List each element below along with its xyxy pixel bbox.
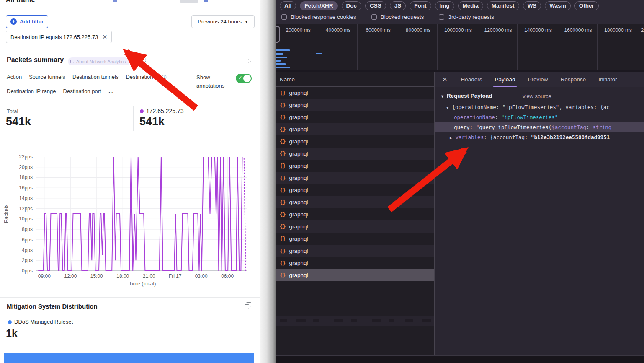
chevron-down-icon: ▼: [245, 20, 248, 24]
filter-pill-fetch-xhr[interactable]: Fetch/XHR: [300, 1, 337, 10]
waterfall-request-bar: [276, 63, 286, 65]
timeline-tick-label: 1000000 ms: [439, 27, 477, 33]
filter-checkboxes: Blocked response cookiesBlocked requests…: [281, 14, 494, 20]
tab-destination-tunnels[interactable]: Destination tunnels: [72, 74, 119, 83]
code-segment: variables: [455, 134, 484, 140]
blurred-summary-text: [351, 319, 357, 322]
details-tab-headers[interactable]: Headers: [461, 72, 482, 87]
timeline-gridline: [477, 24, 477, 70]
network-request-row[interactable]: {}graphql: [276, 208, 434, 220]
network-request-row[interactable]: {}graphql: [276, 123, 434, 135]
request-name-label: graphql: [289, 187, 308, 193]
y-tick-label: 6pps: [12, 237, 33, 243]
timeline-gridline: [517, 24, 518, 70]
clipped-toolbar-fragment: [180, 0, 198, 3]
timeline-gridline: [557, 24, 557, 70]
about-network-analytics-badge[interactable]: About Network Analytics: [68, 57, 130, 65]
triangle-down-icon[interactable]: ▼: [446, 106, 448, 110]
blurred-summary-text: [405, 319, 413, 322]
filter-pill-other[interactable]: Other: [574, 1, 599, 10]
payload-line[interactable]: ▶variables: {accountTag: "b12e3b2192ee55…: [435, 132, 644, 142]
tab-source-tunnels[interactable]: Source tunnels: [29, 74, 65, 83]
view-source-link[interactable]: view source: [523, 93, 551, 99]
network-request-row[interactable]: {}graphql: [276, 160, 434, 172]
timeline-gridline: [397, 24, 397, 70]
network-request-row[interactable]: {}graphql: [276, 148, 434, 160]
json-file-icon: {}: [280, 236, 286, 242]
checkbox-blocked-requests[interactable]: Blocked requests: [371, 14, 424, 20]
network-request-row[interactable]: {}graphql: [276, 135, 434, 148]
chart-y-axis-title: Packets: [3, 205, 9, 223]
network-overview-timeline[interactable]: 200000 ms400000 ms600000 ms800000 ms1000…: [276, 24, 644, 70]
filter-pill-wasm[interactable]: Wasm: [545, 1, 570, 10]
details-tab-payload[interactable]: Payload: [495, 72, 515, 87]
checkbox-blocked-response-cookies[interactable]: Blocked response cookies: [281, 14, 356, 20]
request-name-label: graphql: [289, 163, 308, 169]
tab-destination-ip[interactable]: Destination IPⓘ: [126, 74, 166, 83]
request-payload-section[interactable]: ▼ Request Payload: [440, 93, 492, 99]
remove-filter-icon[interactable]: ✕: [102, 34, 107, 40]
tab-action[interactable]: Action: [7, 74, 22, 83]
page-title: All traffic: [6, 0, 35, 4]
payload-line[interactable]: ▼{operationName: "ipFlowTimeseries", var…: [435, 102, 644, 112]
details-tab-response[interactable]: Response: [560, 72, 586, 87]
network-request-row[interactable]: {}graphql: [276, 245, 434, 257]
divider: [133, 106, 134, 131]
add-filter-button[interactable]: + Add filter: [6, 15, 48, 28]
request-name-label: graphql: [289, 272, 308, 278]
filter-pill-ws[interactable]: WS: [523, 1, 541, 10]
triangle-down-icon: ▼: [440, 94, 444, 99]
x-tick-label: 12:00: [58, 273, 83, 279]
show-annotations-toggle[interactable]: ✓: [236, 74, 252, 83]
filter-chip[interactable]: Destination IP equals 172.65.225.73 ✕: [6, 31, 112, 43]
x-tick-label: 06:00: [215, 273, 240, 279]
filter-pill-doc[interactable]: Doc: [342, 1, 362, 10]
network-summary-bar: [276, 316, 434, 326]
network-request-row[interactable]: {}graphql: [276, 184, 434, 196]
filter-pill-font[interactable]: Font: [410, 1, 431, 10]
network-request-row[interactable]: {}graphql: [276, 269, 434, 281]
request-name-label: graphql: [289, 236, 308, 242]
filter-pill-manifest[interactable]: Manifest: [487, 1, 519, 10]
network-request-row[interactable]: {}graphql: [276, 111, 434, 123]
divider: [0, 297, 260, 298]
code-segment: operationName: [454, 114, 495, 120]
filter-pill-media[interactable]: Media: [458, 1, 483, 10]
checkbox-3rd-party-requests[interactable]: 3rd-party requests: [439, 14, 494, 20]
time-range-dropdown[interactable]: Previous 24 hours ▼: [191, 15, 255, 28]
network-request-row[interactable]: {}graphql: [276, 233, 434, 245]
filter-pill-all[interactable]: All: [280, 1, 296, 10]
triangle-right-icon[interactable]: ▶: [450, 136, 452, 140]
name-column-header[interactable]: Name: [276, 72, 434, 87]
tab-destination-port[interactable]: Destination port: [63, 88, 101, 97]
payload-line[interactable]: operationName: "ipFlowTimeseries": [435, 112, 644, 122]
network-request-row[interactable]: {}graphql: [276, 99, 434, 111]
details-tab-preview[interactable]: Preview: [528, 72, 548, 87]
filter-pill-js[interactable]: JS: [390, 1, 406, 10]
payload-line-selected[interactable]: query: "query ipFlowTimeseries($accountT…: [435, 122, 644, 132]
network-request-row[interactable]: {}graphql: [276, 172, 434, 184]
network-request-row[interactable]: {}graphql: [276, 196, 434, 208]
tab-destination-ip-range[interactable]: Destination IP range: [7, 88, 56, 97]
expand-panel-icon[interactable]: [245, 59, 249, 63]
blurred-summary-text: [313, 319, 319, 322]
filter-pill-img[interactable]: Img: [435, 1, 454, 10]
y-tick-label: 18pps: [12, 174, 33, 180]
json-file-icon: {}: [280, 90, 286, 96]
expand-panel-icon[interactable]: [245, 304, 249, 309]
y-tick-label: 0pps: [12, 268, 33, 274]
tabs-overflow-button[interactable]: …: [108, 88, 114, 97]
network-request-row[interactable]: {}graphql: [276, 87, 434, 99]
network-filter-toolbar: AllFetch/XHRDocCSSJSFontImgMediaManifest…: [276, 0, 644, 24]
close-icon[interactable]: ✕: [442, 76, 448, 83]
y-tick-label: 16pps: [12, 185, 33, 191]
code-segment: "b12e3b2192ee5588fdad9951: [531, 134, 610, 140]
details-tab-initiator[interactable]: Initiator: [598, 72, 617, 87]
network-request-row[interactable]: {}graphql: [276, 220, 434, 233]
request-details-tabs: ✕ HeadersPayloadPreviewResponseInitiator: [435, 72, 644, 87]
json-file-icon: {}: [280, 272, 286, 278]
waterfall-request-bar: [316, 53, 322, 54]
series-legend-dot: [140, 109, 144, 113]
filter-pill-css[interactable]: CSS: [365, 1, 386, 10]
network-request-row[interactable]: {}graphql: [276, 257, 434, 269]
